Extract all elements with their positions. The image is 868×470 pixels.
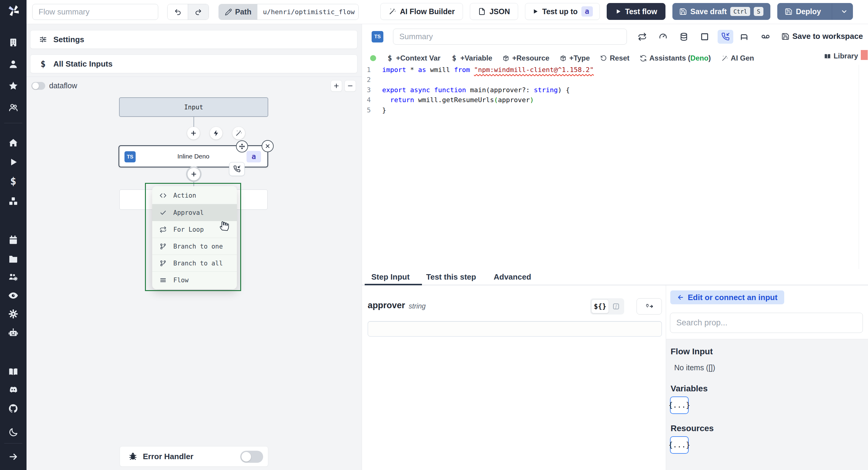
sidebar-item-audit-logs[interactable] (0, 288, 27, 303)
insert-step-button[interactable] (187, 127, 200, 139)
ai-gen-button[interactable]: AI Gen (721, 54, 754, 62)
save-draft-button[interactable]: Save draft Ctrl S (673, 3, 770, 20)
flow-settings-button[interactable]: Settings (30, 30, 358, 49)
reset-button[interactable]: Reset (600, 54, 629, 62)
sidebar-item-github[interactable] (0, 401, 27, 416)
ai-flow-builder-button[interactable]: AI Flow Builder (380, 3, 463, 20)
retries-icon[interactable] (638, 32, 647, 41)
sidebar-item-discord[interactable] (0, 383, 27, 397)
field-name: approver (368, 301, 405, 310)
resources-heading: Resources (671, 424, 714, 433)
json-button[interactable]: JSON (470, 3, 518, 20)
expr-mode-button[interactable]: ${} (591, 300, 609, 313)
sidebar-item-docs[interactable] (0, 364, 27, 379)
all-static-inputs-button[interactable]: $ All Static Inputs (30, 55, 358, 73)
tab-test-this-step[interactable]: Test this step (426, 269, 476, 285)
wand-icon (235, 130, 242, 137)
wand-icon (721, 55, 728, 62)
deploy-dropdown-button[interactable] (836, 3, 852, 20)
connect-input-button[interactable] (637, 298, 662, 315)
sidebar-item-workspace[interactable] (0, 35, 27, 50)
code-editor[interactable]: 1import * as wmill from "npm:windmill-cl… (362, 65, 868, 269)
menu-item-approval[interactable]: Approval (152, 204, 237, 221)
test-flow-button[interactable]: Test flow (607, 3, 665, 20)
flow-summary-input[interactable] (32, 4, 158, 20)
add-resource-button[interactable]: +Resource (502, 54, 549, 62)
tab-advanced[interactable]: Advanced (494, 269, 531, 285)
assistants-button[interactable]: Assistants (Deno) (640, 54, 711, 62)
early-stop-icon[interactable] (658, 32, 668, 41)
ai-insert-button[interactable] (232, 127, 245, 139)
sidebar-item-schedules[interactable] (0, 233, 27, 247)
insert-after-step-button[interactable] (187, 168, 200, 181)
mock-icon[interactable] (700, 32, 709, 41)
step-summary-input[interactable] (393, 29, 627, 44)
menu-item-for-loop[interactable]: For Loop (152, 221, 237, 238)
add-context-var-button[interactable]: $ +Context Var (386, 54, 440, 62)
save-to-workspace-button[interactable]: Save to workspace (781, 32, 863, 41)
windmill-logo[interactable] (7, 4, 21, 18)
cache-icon[interactable] (679, 32, 688, 41)
menu-item-label: Approval (173, 209, 204, 216)
path-value[interactable]: u/henri/optimistic_flow (263, 8, 355, 15)
function-mode-button[interactable]: f (609, 300, 623, 313)
suspend-approval-button[interactable] (718, 30, 733, 44)
edit-or-connect-button[interactable]: Edit or connect an input (670, 290, 784, 304)
sidebar-item-groups-admin[interactable] (0, 270, 27, 284)
menu-item-label: Branch to all (173, 260, 223, 267)
flow-input-node[interactable]: Input (119, 97, 268, 117)
sidebar-item-favorites[interactable] (0, 79, 27, 93)
menu-item-branch-to-one[interactable]: Branch to one (152, 238, 237, 255)
tab-step-input[interactable]: Step Input (371, 269, 410, 285)
undo-button[interactable] (167, 4, 188, 20)
sidebar-item-runs[interactable] (0, 155, 27, 169)
calendar-icon (8, 235, 19, 245)
sidebar-item-home[interactable] (0, 135, 27, 150)
phone-incoming-icon (721, 32, 730, 41)
error-handler-toggle[interactable] (240, 451, 263, 463)
delete-step-button[interactable] (261, 140, 274, 152)
error-handler-row[interactable]: Error Handler (120, 446, 268, 467)
sidebar-item-folders[interactable] (0, 252, 27, 266)
sidebar-item-workers[interactable] (0, 325, 27, 340)
add-variable-button[interactable]: $ +Variable (451, 54, 492, 62)
sidebar-item-variables[interactable]: $ (0, 174, 27, 188)
sidebar-item-settings[interactable] (0, 307, 27, 321)
zoom-out-button[interactable] (344, 80, 356, 92)
sidebar-item-dark-mode[interactable] (0, 425, 27, 440)
plus-icon (333, 83, 340, 89)
sidebar-item-expand-sidebar[interactable] (0, 449, 27, 464)
home-icon (8, 138, 19, 148)
search-prop-input[interactable] (670, 313, 863, 333)
flow-graph-panel: Settings $ All Static Inputs dataflow In… (27, 24, 362, 470)
test-up-to-button[interactable]: Test up to a (525, 3, 600, 20)
variables-object-chip[interactable]: {...} (670, 397, 689, 414)
dollar-icon: $ (39, 60, 47, 68)
voicemail-icon[interactable] (761, 32, 770, 41)
zoom-in-button[interactable] (331, 80, 342, 92)
trigger-button[interactable] (210, 127, 222, 139)
language-status-dot (370, 55, 376, 61)
sidebar-item-user[interactable] (0, 57, 27, 71)
zap-icon (213, 130, 220, 137)
code-editor-panel: TS Save to workspace $ +Context Var $ +V… (362, 24, 868, 269)
resources-object-chip[interactable]: {...} (670, 436, 689, 454)
move-step-button[interactable] (236, 140, 248, 152)
sidebar-divider (4, 443, 22, 443)
path-button[interactable]: Path (219, 4, 257, 20)
menu-item-action[interactable]: Action (152, 187, 237, 204)
library-button[interactable]: Library (824, 52, 858, 60)
redo-button[interactable] (188, 4, 209, 20)
dataflow-toggle[interactable] (31, 82, 45, 90)
menu-item-branch-to-all[interactable]: Branch to all (152, 255, 237, 272)
sidebar: $ (0, 0, 27, 470)
sidebar-item-groups[interactable] (0, 100, 27, 115)
eye-icon (8, 290, 19, 301)
save-icon (785, 8, 792, 15)
deploy-button[interactable]: Deploy (778, 7, 828, 16)
sleep-icon[interactable] (740, 32, 749, 41)
menu-item-flow[interactable]: Flow (152, 272, 237, 288)
sidebar-item-resources[interactable] (0, 194, 27, 209)
add-type-button[interactable]: +Type (560, 54, 590, 62)
field-value-input[interactable] (368, 321, 662, 337)
